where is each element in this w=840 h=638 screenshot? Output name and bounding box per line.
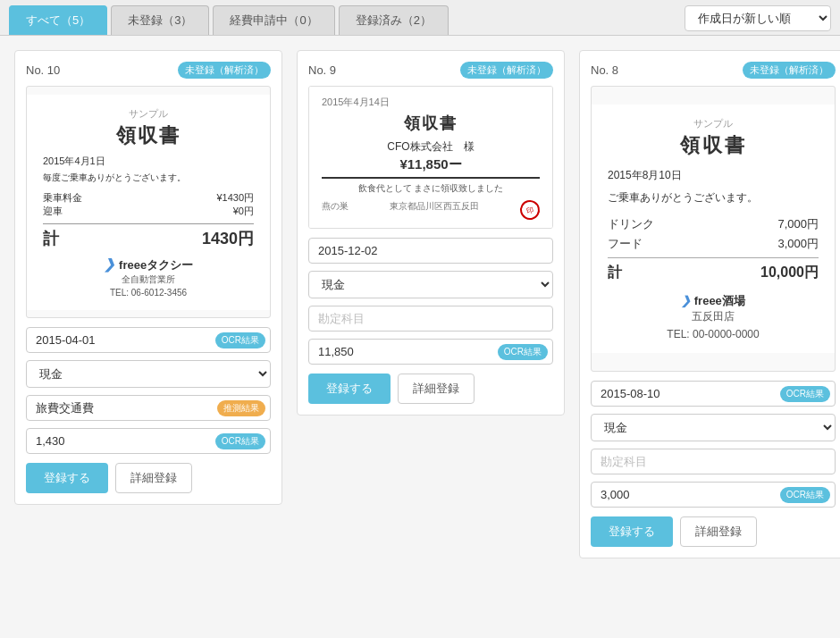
card-1-buttons: 登録する 詳細登録	[26, 463, 271, 493]
card-3-amount-badge: OCR結果	[780, 487, 830, 503]
card-3-header: No. 8 未登録（解析済）	[591, 62, 836, 79]
card-3-payment-row: 現金クレジットカード電子マネー	[591, 414, 836, 441]
card-2-payment-select[interactable]: 現金クレジットカード電子マネー	[308, 271, 553, 298]
card-1-no: No. 10	[26, 63, 60, 77]
card-2-date-row	[308, 238, 553, 264]
card-2-category-row	[308, 306, 553, 332]
card-1-date-row: OCR結果	[26, 327, 271, 353]
tab-registered[interactable]: 登録済み（2）	[339, 5, 449, 35]
tab-expense[interactable]: 経費申請中（0）	[213, 5, 334, 35]
receipt-taxi: サンプル 領収書 2015年4月1日 毎度ご乗車ありがとうございます。 乗車料金…	[27, 95, 270, 310]
card-2-category-input[interactable]	[308, 306, 553, 332]
card-1: No. 10 未登録（解析済） サンプル 領収書 2015年4月1日 毎度ご乗車…	[14, 50, 282, 505]
return-label: 迎車	[43, 205, 63, 218]
card-1-date-badge: OCR結果	[215, 332, 265, 348]
receipt-taxi-total: 計 1430円	[43, 223, 254, 249]
receipt-bar-item2: フード 3,000円	[608, 236, 819, 252]
tab-bar: すべて（5） 未登録（3） 経費申請中（0） 登録済み（2） 作成日が新しい順作…	[0, 0, 840, 36]
receipt-taxi-tel: TEL: 06-6012-3456	[43, 288, 254, 298]
receipt-doc-stamp: 印	[518, 197, 542, 222]
card-2-amount-badge: OCR結果	[498, 344, 548, 360]
card-3-detail-button[interactable]: 詳細登録	[680, 516, 757, 547]
card-1-category-row: 推測結果	[26, 395, 271, 421]
receipt-doc-issuer: 燕の巣	[322, 200, 349, 220]
receipt-doc-address: 東京都品川区西五反田	[390, 200, 479, 220]
card-3-no: No. 8	[591, 63, 618, 77]
tab-all[interactable]: すべて（5）	[9, 5, 107, 35]
card-1-header: No. 10 未登録（解析済）	[26, 62, 271, 79]
card-1-payment-select[interactable]: 現金クレジットカード電子マネー	[26, 360, 271, 388]
receipt-doc: 2015年4月14日 領収書 CFO株式会社 様 ¥11,850ー 飲食代として…	[309, 87, 552, 229]
item2-value: 3,000円	[777, 236, 819, 252]
card-3-buttons: 登録する 詳細登録	[591, 516, 836, 547]
card-3-register-button[interactable]: 登録する	[591, 516, 673, 547]
card-2-payment-row: 現金クレジットカード電子マネー	[308, 271, 553, 298]
receipt-doc-to: CFO株式会社 様	[322, 139, 540, 155]
bar-total-label: 計	[608, 264, 622, 282]
card-2-amount-row: OCR結果	[308, 339, 553, 365]
card-2-badge: 未登録（解析済）	[460, 62, 553, 79]
card-2: No. 9 未登録（解析済） 2015年4月14日 領収書 CFO株式会社 様 …	[297, 50, 565, 416]
card-2-date-input[interactable]	[308, 238, 553, 264]
card-3-category-input[interactable]	[591, 449, 836, 474]
item1-label: ドリンク	[608, 216, 654, 232]
receipt-taxi-sub: 全自動営業所	[43, 273, 254, 286]
card-3-receipt-img: サンプル 領収書 2015年8月10日 ご乗車ありがとうございます。 ドリンク …	[591, 86, 836, 372]
card-3-date-badge: OCR結果	[780, 386, 830, 402]
card-2-detail-button[interactable]: 詳細登録	[398, 374, 475, 404]
total-label: 計	[43, 228, 59, 249]
tabs: すべて（5） 未登録（3） 経費申請中（0） 登録済み（2）	[9, 5, 449, 35]
card-3-amount-row: OCR結果	[591, 482, 836, 508]
receipt-taxi-date: 2015年4月1日	[43, 155, 254, 168]
card-3-payment-select[interactable]: 現金クレジットカード電子マネー	[591, 414, 836, 441]
card-1-amount-badge: OCR結果	[215, 433, 265, 449]
card-2-receipt-img: 2015年4月14日 領収書 CFO株式会社 様 ¥11,850ー 飲食代として…	[308, 86, 553, 229]
card-2-register-button[interactable]: 登録する	[308, 374, 391, 404]
receipt-doc-footer: 燕の巣 東京都品川区西五反田 印	[322, 200, 540, 220]
card-1-detail-button[interactable]: 詳細登録	[115, 463, 192, 493]
receipt-taxi-logo: ❯ freeeタクシー	[43, 256, 254, 273]
receipt-doc-date: 2015年4月14日	[322, 96, 540, 109]
receipt-taxi-sample: サンプル	[43, 107, 254, 121]
card-1-payment-row: 現金クレジットカード電子マネー	[26, 360, 271, 388]
receipt-taxi-fare: 乗車料金 ¥1430円	[43, 191, 254, 205]
receipt-taxi-title: 領収書	[43, 122, 254, 149]
card-3-date-row: OCR結果	[591, 381, 836, 407]
return-value: ¥0円	[233, 205, 254, 218]
item2-label: フード	[608, 236, 643, 252]
card-1-badge: 未登録（解析済）	[178, 62, 271, 79]
receipt-bar-sample: サンプル	[608, 117, 819, 130]
receipt-bar: サンプル 領収書 2015年8月10日 ご乗車ありがとうございます。 ドリンク …	[592, 105, 835, 353]
fare-value: ¥1430円	[216, 191, 254, 205]
card-3-category-row	[591, 449, 836, 474]
sort-select[interactable]: 作成日が新しい順作成日が古い順金額が大きい順金額が小さい順	[685, 5, 831, 31]
receipt-taxi-return: 迎車 ¥0円	[43, 205, 254, 218]
receipt-bar-title: 領収書	[608, 132, 819, 159]
card-2-buttons: 登録する 詳細登録	[308, 374, 553, 404]
fare-label: 乗車料金	[43, 191, 82, 205]
receipt-doc-note: 飲食代として まさに領収致しました	[322, 182, 540, 195]
card-2-header: No. 9 未登録（解析済）	[308, 62, 553, 79]
receipt-doc-title: 領収書	[322, 113, 540, 134]
card-2-no: No. 9	[308, 63, 336, 77]
card-1-receipt-img: サンプル 領収書 2015年4月1日 毎度ご乗車ありがとうございます。 乗車料金…	[26, 86, 271, 318]
sort-wrap: 作成日が新しい順作成日が古い順金額が大きい順金額が小さい順	[685, 5, 831, 31]
card-1-amount-row: OCR結果	[26, 428, 271, 454]
card-1-category-badge: 推測結果	[217, 400, 265, 416]
receipt-bar-date: 2015年8月10日	[608, 168, 819, 183]
receipt-taxi-msg: 毎度ご乗車ありがとうございます。	[43, 172, 254, 184]
receipt-bar-tel: TEL: 00-0000-0000	[608, 328, 819, 340]
card-3: No. 8 未登録（解析済） サンプル 領収書 2015年8月10日 ご乗車あり…	[579, 50, 840, 558]
card-1-register-button[interactable]: 登録する	[26, 463, 108, 493]
receipt-bar-total: 計 10,000円	[608, 257, 819, 282]
main-content: No. 10 未登録（解析済） サンプル 領収書 2015年4月1日 毎度ご乗車…	[0, 36, 840, 634]
receipt-bar-logo: ❯ freee酒場	[608, 293, 819, 309]
item1-value: 7,000円	[777, 216, 819, 232]
total-value: 1430円	[202, 228, 254, 249]
bar-total-value: 10,000円	[760, 264, 819, 282]
receipt-doc-amount: ¥11,850ー	[322, 156, 540, 179]
card-3-badge: 未登録（解析済）	[743, 62, 836, 79]
tab-unregistered[interactable]: 未登録（3）	[111, 5, 209, 35]
receipt-bar-msg: ご乗車ありがとうございます。	[608, 190, 819, 206]
receipt-bar-item1: ドリンク 7,000円	[608, 216, 819, 232]
